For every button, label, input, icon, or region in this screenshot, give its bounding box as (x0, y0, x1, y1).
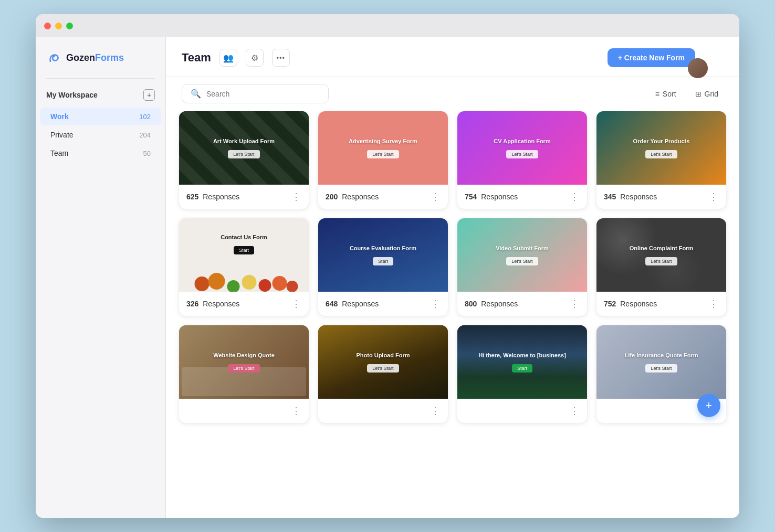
form-menu-button[interactable]: ⋮ (570, 191, 580, 203)
sidebar-nav: Work 102 Private 204 Team 50 (36, 107, 165, 163)
sidebar-item-team-label: Team (50, 149, 68, 157)
form-responses: 326 Responses (186, 300, 239, 308)
sort-label: Sort (663, 90, 676, 98)
svg-point-6 (287, 281, 298, 292)
avatar[interactable] (688, 58, 708, 78)
form-responses: 800 Responses (465, 300, 518, 308)
my-workspace-section: My Workspace + (36, 87, 165, 107)
form-card-footer: 326 Responses ⋮ (179, 292, 309, 316)
toolbar-right: ≡ Sort ⊞ Grid (650, 87, 724, 101)
form-card-order-your-products[interactable]: Order Your Products Let's Start 345 Resp… (596, 111, 727, 209)
form-thumbnail: Contact Us Form Start (179, 218, 309, 292)
titlebar (36, 14, 739, 37)
close-button[interactable] (44, 23, 51, 29)
team-people-button[interactable]: 👥 (219, 49, 237, 67)
team-settings-button[interactable]: ⚙ (246, 49, 264, 67)
form-thumbnail: Life Insurance Quote Form Let's Start (596, 325, 726, 399)
form-thumbnail: Advertising Survey Form Let's Start (318, 111, 448, 185)
sidebar-item-team-count: 50 (143, 150, 151, 157)
toolbar: 🔍 ≡ Sort ⊞ Grid (166, 77, 739, 111)
grid-icon: ⊞ (695, 90, 701, 98)
form-card-online-complaint[interactable]: Online Complaint Form Let's Start 752 Re… (596, 218, 727, 316)
form-responses: 752 Responses (604, 300, 657, 308)
page-title: Team (182, 51, 211, 65)
logo-area: GozenForms (36, 50, 165, 78)
form-menu-button[interactable]: ⋮ (709, 298, 719, 310)
maximize-button[interactable] (66, 23, 73, 29)
form-card-footer: ⋮ (457, 399, 587, 423)
floating-add-button[interactable]: + (697, 394, 720, 417)
main-header: Team 👥 ⚙ ••• + Create New Form (166, 37, 739, 77)
app-window: GozenForms My Workspace + Work 102 Priva… (36, 14, 739, 518)
form-menu-button[interactable]: ⋮ (570, 405, 580, 417)
form-responses: 345 Responses (604, 193, 657, 201)
form-card-footer: 200 Responses ⋮ (318, 185, 448, 209)
form-menu-button[interactable]: ⋮ (291, 298, 301, 310)
form-card-video-submit[interactable]: Video Submit Form Let's Start 800 Respon… (457, 218, 588, 316)
grid-label: Grid (705, 90, 718, 98)
form-menu-button[interactable]: ⋮ (709, 191, 719, 203)
sort-button[interactable]: ≡ Sort (650, 87, 682, 101)
search-box[interactable]: 🔍 (182, 84, 329, 103)
form-responses: 200 Responses (326, 193, 379, 201)
add-workspace-button[interactable]: + (143, 89, 155, 101)
form-card-footer: 800 Responses ⋮ (457, 292, 587, 316)
header-left: Team 👥 ⚙ ••• (182, 49, 290, 67)
settings-icon: ⚙ (251, 53, 258, 63)
sort-icon: ≡ (655, 90, 659, 98)
form-card-photo-upload[interactable]: Photo Upload Form Let's Start ⋮ (318, 325, 448, 423)
form-card-footer: ⋮ (179, 399, 309, 423)
form-menu-button[interactable]: ⋮ (431, 298, 441, 310)
form-card-hi-there[interactable]: Hi there, Welcome to [business] Start ⋮ (457, 325, 588, 423)
people-icon: 👥 (223, 53, 234, 63)
logo-text: GozenForms (66, 52, 124, 63)
form-card-footer: 752 Responses ⋮ (596, 292, 726, 316)
more-icon: ••• (277, 54, 286, 62)
form-card-art-work-upload[interactable]: Art Work Upload Form Let's Start 625 Res… (179, 111, 309, 209)
svg-point-0 (195, 276, 210, 291)
form-card-advertising-survey[interactable]: Advertising Survey Form Let's Start 200 … (318, 111, 448, 209)
logo-icon (46, 50, 62, 66)
svg-point-2 (227, 280, 240, 292)
app-body: GozenForms My Workspace + Work 102 Priva… (36, 37, 739, 518)
svg-point-3 (242, 275, 257, 290)
grid-button[interactable]: ⊞ Grid (690, 87, 724, 101)
form-card-course-evaluation[interactable]: Course Evaluation Form Start 648 Respons… (318, 218, 448, 316)
form-card-website-design-quote[interactable]: Website Design Quote Let's Start ⋮ (179, 325, 309, 423)
my-workspace-label: My Workspace (46, 91, 98, 99)
svg-point-5 (273, 276, 287, 291)
form-responses: 754 Responses (465, 193, 518, 201)
sidebar-item-private-count: 204 (139, 131, 151, 139)
sidebar-item-team[interactable]: Team 50 (40, 144, 161, 162)
form-thumbnail: Order Your Products Let's Start (596, 111, 726, 185)
form-card-cv-application[interactable]: CV Application Form Let's Start 754 Resp… (457, 111, 588, 209)
form-thumbnail: Website Design Quote Let's Start (179, 325, 309, 399)
avatar-image (688, 58, 708, 78)
last-card-wrapper: Life Insurance Quote Form Let's Start ⋮ … (596, 325, 727, 423)
form-menu-button[interactable]: ⋮ (431, 405, 441, 417)
form-thumbnail: Art Work Upload Form Let's Start (179, 111, 309, 185)
form-menu-button[interactable]: ⋮ (291, 191, 301, 203)
sidebar-item-work-label: Work (50, 112, 69, 121)
sidebar-item-work[interactable]: Work 102 (40, 108, 161, 125)
form-card-contact-us[interactable]: Contact Us Form Start 326 Responses ⋮ (179, 218, 309, 316)
minimize-button[interactable] (55, 23, 62, 29)
form-thumbnail: CV Application Form Let's Start (457, 111, 587, 185)
form-menu-button[interactable]: ⋮ (431, 191, 441, 203)
forms-grid-container: Art Work Upload Form Let's Start 625 Res… (166, 111, 739, 518)
create-new-form-button[interactable]: + Create New Form (608, 48, 695, 67)
sidebar-item-private-label: Private (50, 131, 74, 139)
svg-point-1 (208, 273, 225, 290)
form-thumbnail: Online Complaint Form Let's Start (596, 218, 726, 292)
forms-grid: Art Work Upload Form Let's Start 625 Res… (179, 111, 727, 423)
header-right: + Create New Form (608, 48, 724, 68)
search-icon: 🔍 (191, 89, 201, 99)
form-menu-button[interactable]: ⋮ (570, 298, 580, 310)
search-input[interactable] (206, 90, 320, 98)
form-thumbnail: Hi there, Welcome to [business] Start (457, 325, 587, 399)
sidebar-item-private[interactable]: Private 204 (40, 126, 161, 144)
form-responses: 625 Responses (186, 193, 239, 201)
form-menu-button[interactable]: ⋮ (291, 405, 301, 417)
team-more-button[interactable]: ••• (272, 49, 290, 67)
form-card-footer: 345 Responses ⋮ (596, 185, 726, 209)
